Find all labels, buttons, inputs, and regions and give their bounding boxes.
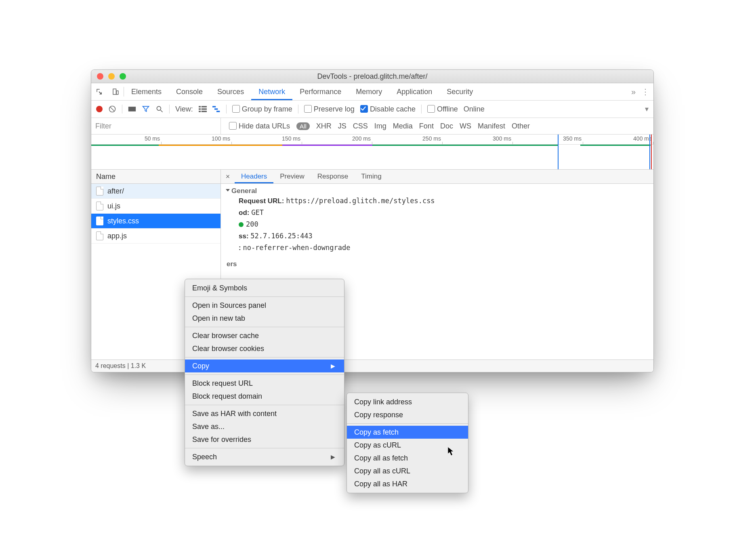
titlebar: DevTools - preload.glitch.me/after/	[91, 70, 653, 83]
svg-rect-7	[199, 106, 201, 107]
close-window-icon[interactable]	[97, 73, 103, 80]
filter-type-ws[interactable]: WS	[460, 122, 471, 130]
detail-tab-response[interactable]: Response	[311, 170, 355, 183]
file-icon	[96, 187, 103, 196]
name-column-header[interactable]: Name	[91, 170, 220, 184]
close-detail-icon[interactable]: ×	[221, 172, 235, 181]
menu-clear-cache[interactable]: Clear browser cache	[185, 329, 344, 342]
svg-line-3	[110, 107, 114, 111]
svg-rect-9	[199, 108, 201, 109]
submenu-copy-all-as-har[interactable]: Copy all as HAR	[347, 477, 468, 490]
timeline-bar	[91, 145, 159, 146]
menu-block-request-url[interactable]: Block request URL	[185, 377, 344, 390]
network-timeline[interactable]: 50 ms 100 ms 150 ms 200 ms 250 ms 300 ms…	[91, 135, 653, 170]
dom-content-loaded-marker	[558, 135, 559, 169]
zoom-window-icon[interactable]	[120, 73, 126, 80]
filter-row: Hide data URLs All XHR JS CSS Img Media …	[91, 118, 653, 135]
tab-memory[interactable]: Memory	[349, 83, 389, 100]
filter-type-img[interactable]: Img	[374, 122, 386, 130]
disclosure-triangle-icon[interactable]	[226, 189, 230, 191]
submenu-arrow-icon: ▶	[331, 363, 335, 369]
window-controls	[91, 73, 126, 80]
menu-open-in-new-tab[interactable]: Open in new tab	[185, 312, 344, 325]
tab-elements[interactable]: Elements	[124, 83, 169, 100]
submenu-copy-all-as-fetch[interactable]: Copy all as fetch	[347, 452, 468, 465]
preserve-log-checkbox[interactable]: Preserve log	[304, 105, 355, 114]
svg-rect-11	[199, 111, 201, 112]
filter-type-doc[interactable]: Doc	[440, 122, 453, 130]
main-tab-bar: Elements Console Sources Network Perform…	[91, 83, 653, 101]
offline-checkbox[interactable]: Offline	[427, 105, 458, 114]
throttling-dropdown-icon[interactable]: ▾	[645, 105, 649, 114]
menu-emoji-symbols[interactable]: Emoji & Symbols	[185, 282, 344, 294]
group-by-frame-checkbox[interactable]: Group by frame	[232, 105, 292, 114]
main-split: Name after/ ui.js styles.css app.js × He…	[91, 170, 653, 359]
kebab-menu-icon[interactable]: ⋮	[641, 87, 649, 97]
menu-copy[interactable]: Copy▶	[185, 359, 344, 372]
filter-icon[interactable]	[142, 105, 150, 113]
submenu-copy-all-as-curl[interactable]: Copy all as cURL	[347, 465, 468, 477]
detail-tab-timing[interactable]: Timing	[355, 170, 388, 183]
search-icon[interactable]	[155, 105, 164, 113]
request-row[interactable]: after/	[91, 184, 220, 199]
filter-type-css[interactable]: CSS	[353, 122, 368, 130]
detail-tab-headers[interactable]: Headers	[235, 170, 273, 183]
svg-point-5	[157, 106, 161, 110]
header-request-url: Request URL: https://preload.glitch.me/s…	[227, 195, 648, 207]
filter-type-xhr[interactable]: XHR	[316, 122, 332, 130]
tab-console[interactable]: Console	[169, 83, 210, 100]
menu-save-for-overrides[interactable]: Save for overrides	[185, 433, 344, 446]
device-toolbar-icon[interactable]	[107, 88, 124, 95]
hide-data-urls-checkbox[interactable]: Hide data URLs	[229, 122, 290, 130]
request-row-selected[interactable]: styles.css	[91, 214, 220, 229]
tab-sources[interactable]: Sources	[210, 83, 251, 100]
menu-speech[interactable]: Speech▶	[185, 450, 344, 463]
request-row[interactable]: app.js	[91, 229, 220, 244]
load-marker	[651, 135, 652, 169]
view-list-icon[interactable]	[199, 106, 207, 112]
submenu-copy-response[interactable]: Copy response	[347, 408, 468, 421]
filter-type-other[interactable]: Other	[512, 122, 530, 130]
inspect-icon[interactable]	[91, 88, 107, 95]
view-waterfall-icon[interactable]	[212, 106, 220, 112]
capture-screenshots-icon[interactable]	[128, 106, 136, 112]
minimize-window-icon[interactable]	[108, 73, 115, 80]
tab-application[interactable]: Application	[389, 83, 439, 100]
menu-clear-cookies[interactable]: Clear browser cookies	[185, 342, 344, 355]
status-dot-icon	[239, 222, 244, 227]
submenu-copy-as-curl[interactable]: Copy as cURL	[347, 439, 468, 452]
window-title: DevTools - preload.glitch.me/after/	[91, 72, 653, 81]
filter-input[interactable]	[91, 118, 221, 134]
filter-type-js[interactable]: JS	[338, 122, 346, 130]
menu-open-in-sources[interactable]: Open in Sources panel	[185, 299, 344, 312]
timeline-bar	[159, 145, 282, 146]
submenu-copy-as-fetch[interactable]: Copy as fetch	[347, 426, 468, 439]
clear-icon[interactable]	[108, 105, 116, 113]
tab-security[interactable]: Security	[439, 83, 480, 100]
timeline-bar	[372, 145, 558, 146]
filter-type-all[interactable]: All	[296, 122, 310, 130]
svg-rect-12	[201, 111, 206, 112]
filter-type-font[interactable]: Font	[419, 122, 434, 130]
filter-type-media[interactable]: Media	[393, 122, 413, 130]
menu-block-request-domain[interactable]: Block request domain	[185, 390, 344, 403]
marker	[649, 135, 650, 169]
svg-rect-15	[216, 111, 220, 112]
disable-cache-checkbox[interactable]: Disable cache	[360, 105, 416, 114]
header-method: od: GET	[227, 207, 648, 219]
record-icon[interactable]	[96, 106, 103, 112]
section-general[interactable]: General	[231, 187, 257, 195]
throttling-select[interactable]: Online	[464, 105, 485, 114]
submenu-copy-link-address[interactable]: Copy link address	[347, 395, 468, 408]
menu-save-as[interactable]: Save as...	[185, 420, 344, 433]
section-response-headers[interactable]: ers	[227, 260, 237, 268]
filter-type-manifest[interactable]: Manifest	[478, 122, 505, 130]
request-row[interactable]: ui.js	[91, 199, 220, 214]
menu-save-as-har[interactable]: Save as HAR with content	[185, 407, 344, 420]
tab-performance[interactable]: Performance	[292, 83, 349, 100]
status-text: 4 requests | 1.3 K	[95, 362, 146, 370]
more-tabs-icon[interactable]: »	[631, 87, 636, 97]
file-icon	[96, 231, 103, 240]
detail-tab-preview[interactable]: Preview	[273, 170, 311, 183]
tab-network[interactable]: Network	[251, 83, 292, 100]
